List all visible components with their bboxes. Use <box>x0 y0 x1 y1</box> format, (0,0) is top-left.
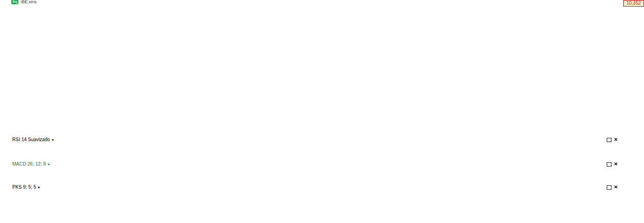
price-flag-lower[interactable]: 10,352 <box>623 0 644 7</box>
close-button[interactable]: ✕ <box>614 137 618 142</box>
pks-panel-label[interactable]: PKS 9; 5; 5▾ <box>12 184 40 190</box>
macd-panel-label[interactable]: MACD 26; 12; 9▾ <box>12 161 50 167</box>
minimize-button[interactable] <box>607 185 611 190</box>
rsi-panel-label[interactable]: RSI 14 Suavizado▾ <box>12 137 54 142</box>
dropdown-arrow-icon[interactable]: ▾ <box>52 138 54 142</box>
dropdown-arrow-icon[interactable]: ▾ <box>48 162 50 167</box>
dropdown-arrow-icon[interactable]: ▾ <box>38 185 40 190</box>
instrument-ticker[interactable]: IBE.xms <box>21 0 37 4</box>
chart-window: Eq IBE.xms 10,895 10,352 RSI 14 Suavizad… <box>0 0 644 223</box>
close-button[interactable]: ✕ <box>614 162 618 167</box>
rsi-panel-controls: ✕ <box>607 137 618 142</box>
close-button[interactable]: ✕ <box>614 185 618 190</box>
minimize-button[interactable] <box>607 138 611 142</box>
pks-panel-label-text: PKS 9; 5; 5 <box>12 184 36 190</box>
macd-panel-label-text: MACD 26; 12; 9 <box>12 161 46 167</box>
macd-panel-controls: ✕ <box>607 162 618 167</box>
rsi-panel-label-text: RSI 14 Suavizado <box>12 137 50 142</box>
chart-canvas[interactable] <box>0 0 644 223</box>
pks-panel-controls: ✕ <box>607 185 618 190</box>
equity-badge-icon: Eq <box>11 0 18 4</box>
legend: Eq IBE.xms <box>0 0 245 5</box>
minimize-button[interactable] <box>607 162 611 167</box>
